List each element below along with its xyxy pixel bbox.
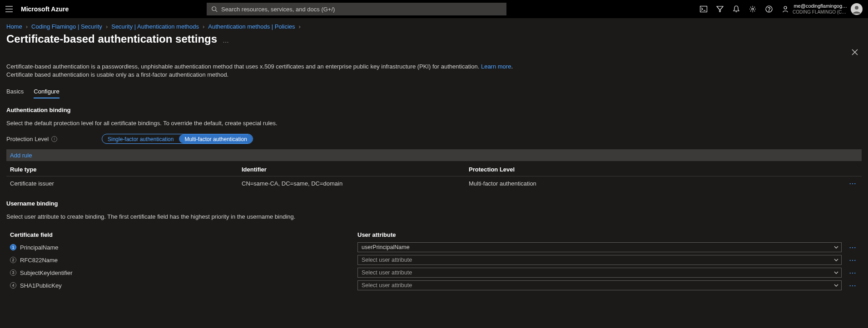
col-identifier: Identifier — [242, 166, 469, 173]
avatar[interactable] — [851, 3, 863, 15]
hamburger-icon — [5, 6, 13, 12]
directory-filter-icon[interactable] — [712, 0, 728, 18]
col-certificate-field: Certificate field — [10, 231, 357, 238]
chevron-right-icon: › — [26, 23, 28, 30]
svg-marker-7 — [717, 6, 723, 12]
top-bar: Microsoft Azure Search resources, servic… — [0, 0, 868, 18]
svg-point-13 — [855, 6, 858, 10]
page-title-row: Certificate-based authentication setting… — [6, 33, 862, 45]
page-content: Home › Coding Flamingo | Security › Secu… — [0, 18, 868, 328]
intro-text: Certificate-based authentication is a pa… — [6, 63, 862, 79]
certificate-field-name: PrincipalName — [20, 244, 59, 251]
user-attribute-select[interactable]: Select user attribute — [357, 280, 842, 290]
intro-line1: Certificate-based authentication is a pa… — [6, 63, 481, 70]
cloud-shell-icon[interactable] — [696, 0, 711, 18]
breadcrumb: Home › Coding Flamingo | Security › Secu… — [6, 21, 862, 32]
settings-gear-icon[interactable] — [745, 0, 760, 18]
rank-badge: 4 — [10, 282, 16, 289]
search-icon — [211, 6, 218, 12]
intro-line2: Certificate based authentication is usab… — [6, 71, 228, 78]
certificate-field-cell: 3SubjectKeyIdentifier — [10, 269, 357, 276]
user-binding-rows: 1PrincipalNameuserPrincipalName⋯2RFC822N… — [6, 241, 862, 292]
close-button[interactable] — [852, 49, 858, 57]
breadcrumb-item-auth-methods[interactable]: Security | Authentication methods — [111, 23, 199, 30]
page-actions-menu[interactable]: … — [223, 37, 229, 44]
pill-multi-factor[interactable]: Multi-factor authentication — [179, 134, 252, 143]
protection-level-toggle: Single-factor authentication Multi-facto… — [102, 134, 253, 144]
user-binding-row-menu[interactable]: ⋯ — [843, 281, 862, 290]
user-attribute-select[interactable]: Select user attribute — [357, 255, 842, 265]
tab-configure[interactable]: Configure — [34, 88, 59, 98]
chevron-down-icon — [834, 283, 838, 288]
user-attribute-value: Select user attribute — [362, 269, 412, 276]
tab-basics[interactable]: Basics — [6, 88, 24, 98]
rule-type-cell: Certificate issuer — [10, 180, 242, 187]
svg-point-11 — [769, 11, 769, 11]
svg-point-9 — [752, 8, 754, 10]
section-user-binding-title: Username binding — [6, 200, 862, 207]
svg-line-4 — [216, 10, 218, 12]
page-title: Certificate-based authentication setting… — [6, 33, 217, 45]
certificate-field-cell: 2RFC822Name — [10, 257, 357, 264]
svg-point-3 — [212, 7, 216, 11]
breadcrumb-item-security[interactable]: Coding Flamingo | Security — [31, 23, 102, 30]
account-area[interactable]: me@codingflamingog… CODING FLAMINGO (COD… — [793, 3, 863, 15]
rules-table-header: Rule type Identifier Protection Level — [6, 163, 862, 176]
certificate-field-cell: 1PrincipalName — [10, 244, 357, 251]
certificate-field-name: SHA1PublicKey — [20, 282, 62, 289]
svg-rect-5 — [700, 6, 707, 12]
user-binding-row-menu[interactable]: ⋯ — [843, 256, 862, 264]
section-auth-binding-desc: Select the default protection level for … — [6, 120, 862, 127]
notifications-icon[interactable] — [729, 0, 744, 18]
rank-badge: 2 — [10, 257, 16, 263]
section-auth-binding-title: Authentication binding — [6, 107, 862, 113]
learn-more-link[interactable]: Learn more — [481, 63, 511, 70]
user-attribute-value: Select user attribute — [362, 282, 412, 289]
add-rule-bar: Add rule — [6, 149, 862, 161]
account-email: me@codingflamingog… — [793, 3, 847, 9]
rule-row[interactable]: Certificate issuer CN=same-CA, DC=same, … — [6, 176, 862, 190]
user-binding-row: 2RFC822NameSelect user attribute⋯ — [6, 254, 862, 266]
avatar-icon — [852, 5, 861, 14]
feedback-icon[interactable] — [778, 0, 793, 18]
help-icon[interactable] — [761, 0, 777, 18]
intro-period: . — [511, 63, 513, 70]
rank-badge: 3 — [10, 269, 16, 276]
certificate-field-name: RFC822Name — [20, 257, 58, 264]
user-attribute-select[interactable]: Select user attribute — [357, 268, 842, 278]
rule-protection-cell: Multi-factor authentication — [469, 180, 843, 187]
rules-table: Rule type Identifier Protection Level Ce… — [6, 163, 862, 190]
col-user-attribute: User attribute — [357, 231, 843, 238]
close-icon — [852, 49, 858, 55]
chevron-down-icon — [834, 258, 838, 262]
chevron-down-icon — [834, 245, 838, 250]
search-placeholder: Search resources, services, and docs (G+… — [221, 6, 335, 13]
account-text: me@codingflamingog… CODING FLAMINGO (COD… — [793, 3, 847, 15]
user-attribute-select[interactable]: userPrincipalName — [357, 242, 842, 252]
user-attribute-value: Select user attribute — [362, 257, 412, 263]
global-search-input[interactable]: Search resources, services, and docs (G+… — [207, 3, 506, 15]
chevron-right-icon: › — [299, 23, 301, 30]
certificate-field-name: SubjectKeyIdentifier — [20, 269, 73, 276]
pill-single-factor[interactable]: Single-factor authentication — [102, 134, 179, 143]
user-binding-row-menu[interactable]: ⋯ — [843, 243, 862, 252]
user-binding-row-menu[interactable]: ⋯ — [843, 269, 862, 277]
brand-label[interactable]: Microsoft Azure — [21, 5, 69, 13]
hamburger-menu[interactable] — [0, 0, 18, 18]
info-icon[interactable]: i — [51, 136, 57, 142]
user-binding-row: 1PrincipalNameuserPrincipalName⋯ — [6, 241, 862, 254]
user-binding-header: Certificate field User attribute — [6, 228, 862, 241]
rules-block: Add rule Rule type Identifier Protection… — [6, 149, 862, 190]
breadcrumb-item-home[interactable]: Home — [6, 23, 22, 30]
user-attribute-value: userPrincipalName — [362, 244, 410, 250]
protection-level-row: Protection Level i Single-factor authent… — [6, 134, 862, 144]
account-directory: CODING FLAMINGO (CODINGFL… — [793, 9, 847, 15]
add-rule-link[interactable]: Add rule — [10, 152, 32, 159]
col-rule-type: Rule type — [10, 166, 242, 173]
breadcrumb-item-policies[interactable]: Authentication methods | Policies — [208, 23, 295, 30]
section-user-binding-desc: Select user attribute to create binding.… — [6, 213, 862, 220]
rule-row-menu[interactable]: ⋯ — [843, 179, 862, 188]
svg-point-12 — [784, 6, 787, 9]
col-protection: Protection Level — [469, 166, 843, 173]
chevron-right-icon: › — [106, 23, 108, 30]
